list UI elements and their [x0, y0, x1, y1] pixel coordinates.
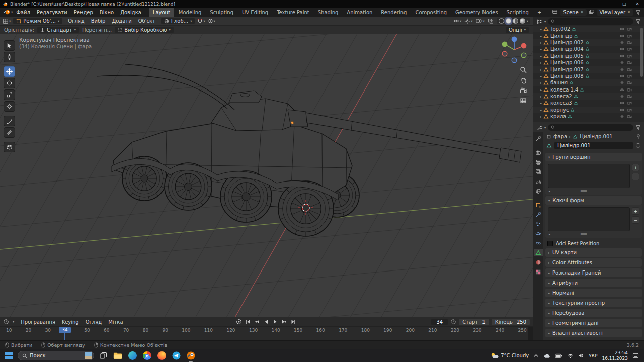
timeline-menu[interactable]: Мітка	[105, 319, 126, 325]
disable-render-icon[interactable]	[627, 54, 632, 58]
disable-render-icon[interactable]	[627, 34, 632, 38]
remove-shape-key-button[interactable]: −	[632, 216, 639, 224]
outliner-item[interactable]: ▸ крила	[533, 113, 644, 120]
tab-particles[interactable]	[534, 220, 543, 228]
properties-filter-icon[interactable]	[635, 125, 641, 130]
disable-render-icon[interactable]	[627, 101, 632, 105]
tray-expand-icon[interactable]	[533, 353, 539, 358]
menubar-menu[interactable]: Файл	[13, 9, 33, 16]
object-type-visibility-button[interactable]: ▾	[453, 18, 461, 24]
toggle-ortho-button[interactable]	[519, 96, 527, 105]
unlink-scene-icon[interactable]: ✕	[581, 10, 584, 14]
prev-keyframe-button[interactable]	[253, 318, 261, 325]
pan-view-button[interactable]	[519, 76, 527, 84]
battery-icon[interactable]	[555, 353, 562, 358]
expand-arrow-icon[interactable]: ▸	[540, 68, 542, 71]
tab-modifiers[interactable]	[534, 211, 543, 218]
timeline-menu[interactable]: Огляд	[83, 319, 105, 325]
breadcrumb-object[interactable]: фара	[553, 134, 567, 139]
options-button[interactable]: Опції ▾	[506, 27, 529, 33]
expand-arrow-icon[interactable]: ▸	[540, 61, 542, 64]
cursor-tool[interactable]	[4, 52, 15, 62]
disable-render-icon[interactable]	[627, 80, 632, 85]
properties-search-input[interactable]	[548, 124, 633, 131]
add-cube-tool[interactable]	[4, 142, 15, 152]
tab-physics[interactable]	[534, 230, 543, 237]
workspace-tab[interactable]: Compositing	[411, 8, 451, 17]
taskbar-clock[interactable]: 23:54 16.11.2023	[602, 350, 628, 361]
tab-scene[interactable]	[534, 177, 543, 185]
measure-tool[interactable]	[4, 127, 15, 138]
shading-dropdown-icon[interactable]: ▾	[527, 19, 528, 23]
outliner-search-input[interactable]	[548, 18, 633, 25]
hide-eye-icon[interactable]	[619, 34, 625, 38]
shape-keys-list[interactable]	[548, 207, 630, 231]
menubar-menu[interactable]: Редагувати	[34, 9, 70, 16]
expand-arrow-icon[interactable]: ▸	[540, 47, 542, 51]
close-button[interactable]: ✕	[631, 0, 644, 8]
outliner-scrollbar[interactable]	[640, 28, 643, 77]
workspace-tab[interactable]: Animation	[343, 8, 376, 17]
tab-texture[interactable]	[534, 268, 543, 276]
hide-eye-icon[interactable]	[619, 87, 625, 92]
hide-eye-icon[interactable]	[619, 40, 625, 45]
scale-tool[interactable]	[4, 89, 15, 100]
scene-browse-icon[interactable]	[552, 9, 558, 15]
viewport-menu[interactable]: Огляд	[65, 18, 87, 24]
shading-solid-button[interactable]	[506, 18, 511, 24]
workspace-tab[interactable]: UV Editing	[238, 8, 272, 17]
collapsed-panel-header[interactable]: ▸ Геометричні дані	[545, 319, 642, 327]
gizmos-button[interactable]: ▾	[464, 18, 472, 24]
workspace-tab[interactable]: Shading	[314, 8, 343, 17]
add-shape-key-button[interactable]: +	[632, 207, 639, 215]
outliner-item[interactable]: ▸ Циліндр.006	[533, 59, 644, 66]
keyboard-language[interactable]: УКР	[589, 353, 597, 358]
menubar-menu[interactable]: Довідка	[117, 9, 144, 16]
frame-end-field[interactable]: Кінець 250	[492, 319, 530, 325]
expand-arrow-icon[interactable]: ▸	[540, 74, 542, 78]
disable-render-icon[interactable]	[627, 108, 632, 112]
properties-editor-caret-icon[interactable]: ▾	[544, 126, 546, 130]
outliner-item[interactable]: ▸ Циліндр.005	[533, 53, 644, 59]
hide-eye-icon[interactable]	[619, 54, 625, 58]
maximize-button[interactable]: □	[618, 0, 631, 8]
telegram-icon[interactable]	[171, 350, 182, 361]
blender-taskbar-icon[interactable]	[185, 350, 196, 361]
workspace-tab[interactable]: Sculpting	[206, 8, 237, 17]
disable-render-icon[interactable]	[627, 94, 632, 99]
play-button[interactable]	[271, 318, 279, 325]
hide-eye-icon[interactable]	[619, 80, 625, 85]
auto-keying-button[interactable]	[235, 318, 243, 325]
view-layer-selector[interactable]: ViewLayer ✕	[597, 9, 634, 16]
disable-render-icon[interactable]	[627, 114, 632, 119]
tab-constraints[interactable]	[534, 239, 543, 247]
disable-render-icon[interactable]	[627, 60, 632, 65]
current-frame-field[interactable]: 34	[431, 319, 448, 325]
weather-widget[interactable]: 7°C Cloudy	[491, 352, 529, 359]
hide-eye-icon[interactable]	[619, 27, 625, 31]
proportional-edit-toggle[interactable]: ▾	[208, 18, 215, 24]
expand-arrow-icon[interactable]: ▸	[540, 41, 542, 44]
transform-orientation-selector[interactable]: Глоб... ▾	[161, 18, 195, 24]
shading-rendered-button[interactable]	[520, 18, 525, 24]
disable-render-icon[interactable]	[627, 67, 632, 72]
properties-editor-icon[interactable]	[536, 125, 542, 131]
outliner-item[interactable]: ▸ башня	[533, 79, 644, 86]
viewport-scene[interactable]	[0, 34, 533, 317]
jump-to-start-button[interactable]	[244, 318, 252, 325]
start-button[interactable]	[3, 350, 14, 361]
drag-select[interactable]: Вибір Коробкою ▾	[115, 27, 174, 33]
timeline-ruler[interactable]: 1020304050607080901001101201301401501601…	[0, 328, 533, 333]
mode-selector[interactable]: Режим Об'... ▾	[13, 18, 62, 24]
expand-arrow-icon[interactable]: ▸	[540, 115, 542, 118]
outliner-item[interactable]: ▸ Циліндр.002	[533, 39, 644, 46]
xray-toggle[interactable]	[488, 18, 494, 24]
disable-render-icon[interactable]	[627, 74, 632, 78]
file-explorer-icon[interactable]	[112, 350, 123, 361]
notification-center-icon[interactable]	[632, 353, 639, 358]
disable-render-icon[interactable]	[627, 87, 632, 92]
filter-funnel-icon[interactable]	[635, 10, 641, 15]
blender-logo-icon[interactable]	[3, 9, 11, 15]
workspace-tab[interactable]: Geometry Nodes	[451, 8, 502, 17]
collapsed-panel-header[interactable]: ▸ UV-карти	[545, 248, 642, 257]
